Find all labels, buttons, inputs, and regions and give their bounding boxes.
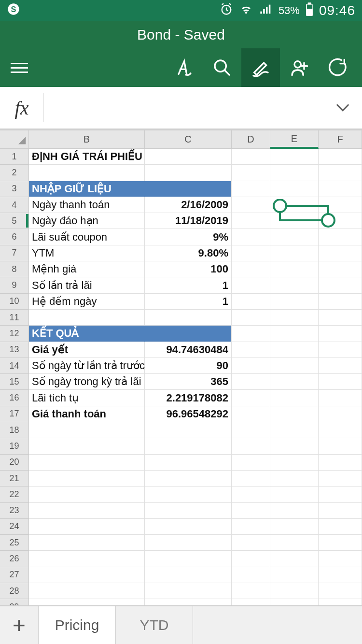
cell[interactable] <box>145 181 232 197</box>
cell[interactable] <box>232 181 270 197</box>
cell[interactable]: Ngày đáo hạn <box>29 213 145 229</box>
col-header-F[interactable]: F <box>319 130 362 149</box>
cell[interactable]: 2.219178082 <box>145 390 232 406</box>
cell[interactable] <box>270 422 319 438</box>
cell[interactable] <box>29 310 145 326</box>
cell[interactable] <box>270 358 319 374</box>
cell[interactable] <box>319 519 362 535</box>
row-header[interactable]: 2 <box>0 165 29 181</box>
cell[interactable] <box>270 229 319 245</box>
cell[interactable] <box>270 310 319 326</box>
cell[interactable] <box>319 438 362 454</box>
cell[interactable]: Giá yết <box>29 342 145 358</box>
share-button[interactable] <box>280 48 319 87</box>
row-header[interactable]: 4 <box>0 197 29 213</box>
cell[interactable] <box>270 277 319 293</box>
cell[interactable]: 100 <box>145 261 232 277</box>
cell[interactable] <box>319 422 362 438</box>
cell[interactable] <box>232 487 270 502</box>
cell[interactable] <box>270 535 319 551</box>
row-header[interactable]: 15 <box>0 374 29 390</box>
cell[interactable] <box>145 567 232 583</box>
cell[interactable] <box>145 438 232 454</box>
row-header[interactable]: 9 <box>0 277 29 293</box>
row-header[interactable]: 27 <box>0 567 29 583</box>
col-header-E[interactable]: E <box>270 130 319 149</box>
row-header[interactable]: 1 <box>0 149 29 165</box>
cell[interactable] <box>319 406 362 422</box>
cell[interactable] <box>29 583 145 599</box>
row-header[interactable]: 26 <box>0 551 29 567</box>
cell[interactable]: Số lần trả lãi <box>29 277 145 293</box>
cell[interactable] <box>319 374 362 390</box>
cell[interactable] <box>319 567 362 583</box>
cell[interactable] <box>270 197 319 213</box>
cell[interactable] <box>270 567 319 583</box>
cell[interactable] <box>145 422 232 438</box>
cell[interactable] <box>232 342 270 358</box>
add-sheet-button[interactable]: + <box>0 606 39 644</box>
cell[interactable] <box>270 583 319 599</box>
row-header[interactable]: 11 <box>0 310 29 326</box>
cell[interactable] <box>232 213 270 229</box>
cell[interactable] <box>232 551 270 567</box>
cell[interactable]: Lãi suất coupon <box>29 229 145 245</box>
search-button[interactable] <box>203 48 241 87</box>
cell[interactable] <box>29 503 145 519</box>
cell[interactable] <box>145 455 232 471</box>
cell[interactable]: Số ngày từ lần trả trước <box>29 358 145 374</box>
row-header[interactable]: 16 <box>0 390 29 406</box>
cell[interactable] <box>232 358 270 374</box>
cell[interactable] <box>232 277 270 293</box>
col-header-D[interactable]: D <box>232 130 270 149</box>
cell[interactable] <box>270 503 319 519</box>
font-style-button[interactable] <box>164 48 203 87</box>
cell[interactable] <box>270 181 319 197</box>
cell[interactable]: Mệnh giá <box>29 261 145 277</box>
cell[interactable] <box>319 197 362 213</box>
cell[interactable] <box>145 519 232 535</box>
cell[interactable] <box>232 583 270 599</box>
cell[interactable] <box>270 519 319 535</box>
cell[interactable] <box>319 342 362 358</box>
cell[interactable] <box>232 455 270 471</box>
cell[interactable] <box>232 503 270 519</box>
cell[interactable] <box>270 390 319 406</box>
cell[interactable] <box>319 181 362 197</box>
cell[interactable] <box>232 229 270 245</box>
cell[interactable] <box>232 165 270 181</box>
cell[interactable] <box>319 149 362 165</box>
cell[interactable] <box>29 567 145 583</box>
cell[interactable] <box>145 326 232 342</box>
cell[interactable] <box>145 583 232 599</box>
sheet-tab-ytd[interactable]: YTD <box>116 606 193 644</box>
cell[interactable] <box>145 487 232 502</box>
cell[interactable] <box>319 471 362 487</box>
cell[interactable] <box>232 438 270 454</box>
cell[interactable] <box>145 471 232 487</box>
sheet-tab-pricing[interactable]: Pricing <box>39 606 116 644</box>
row-header[interactable]: 13 <box>0 342 29 358</box>
cell[interactable] <box>270 342 319 358</box>
cell[interactable] <box>270 374 319 390</box>
cell[interactable] <box>270 487 319 502</box>
cell[interactable]: 365 <box>145 374 232 390</box>
cell[interactable] <box>319 583 362 599</box>
row-header[interactable]: 28 <box>0 583 29 599</box>
cell[interactable] <box>270 455 319 471</box>
cell[interactable] <box>29 165 145 181</box>
cell[interactable] <box>232 326 270 342</box>
cell[interactable] <box>232 519 270 535</box>
cell[interactable] <box>270 551 319 567</box>
cell[interactable] <box>145 551 232 567</box>
cell[interactable]: Hệ đếm ngày <box>29 294 145 310</box>
cell[interactable]: 1 <box>145 294 232 310</box>
cell[interactable] <box>29 471 145 487</box>
cell[interactable] <box>319 455 362 471</box>
cell[interactable] <box>270 438 319 454</box>
cell[interactable] <box>319 229 362 245</box>
cell[interactable] <box>29 455 145 471</box>
cell[interactable] <box>270 261 319 277</box>
cell[interactable] <box>232 149 270 165</box>
row-header[interactable]: 7 <box>0 245 29 261</box>
